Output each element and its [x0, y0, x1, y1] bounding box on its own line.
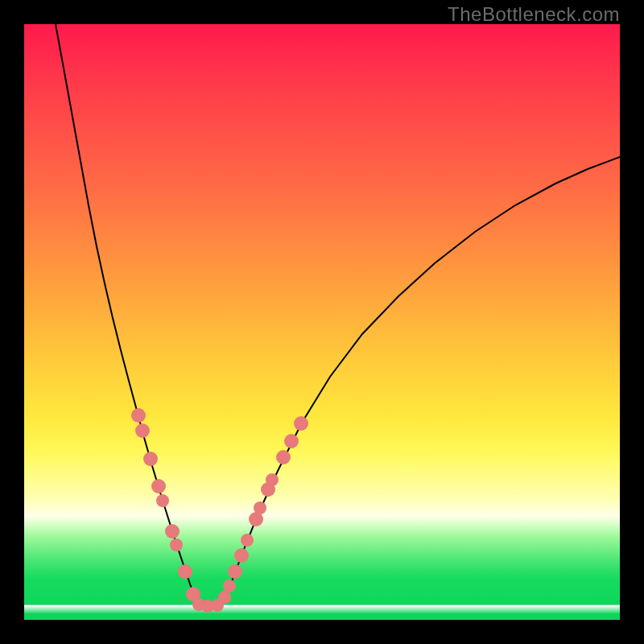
chart-svg — [24, 24, 620, 620]
bead-left-1 — [135, 423, 150, 438]
outer-frame: TheBottleneck.com — [0, 0, 644, 644]
bead-right-2 — [228, 564, 242, 579]
bead-right-0 — [218, 591, 231, 604]
bead-right-9 — [276, 450, 291, 464]
bead-left-3 — [151, 479, 166, 493]
watermark-text: TheBottleneck.com — [448, 3, 620, 26]
bead-left-5 — [165, 524, 180, 539]
plot-area — [24, 24, 620, 620]
curve-left — [56, 24, 197, 605]
bead-right-4 — [241, 534, 254, 547]
curve-right — [221, 157, 620, 605]
bead-right-6 — [254, 502, 266, 514]
bead-right-11 — [294, 416, 308, 431]
bead-right-8 — [266, 473, 279, 486]
bead-left-7 — [178, 564, 192, 579]
bead-right-10 — [284, 434, 299, 448]
bead-group — [131, 408, 308, 613]
bead-left-0 — [131, 408, 146, 423]
bead-left-6 — [170, 539, 183, 551]
bead-left-4 — [156, 494, 169, 507]
bead-right-3 — [234, 548, 249, 563]
bead-left-2 — [143, 452, 158, 466]
bead-right-1 — [223, 580, 236, 592]
